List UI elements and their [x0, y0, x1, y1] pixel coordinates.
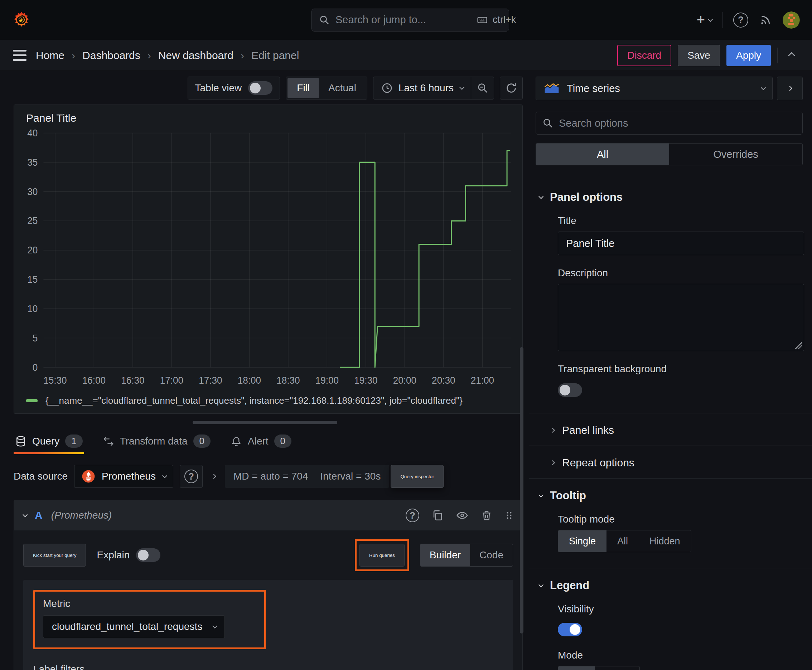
zoom-out-time-button[interactable]	[471, 77, 494, 99]
user-avatar[interactable]	[783, 12, 800, 29]
explain-label: Explain	[97, 549, 130, 561]
grafana-logo-icon[interactable]	[12, 11, 31, 29]
apply-button[interactable]: Apply	[726, 45, 771, 66]
save-button[interactable]: Save	[678, 45, 720, 66]
expand-options-icon[interactable]	[211, 474, 216, 479]
tooltip-hidden-option[interactable]: Hidden	[639, 530, 691, 552]
alert-count-badge: 0	[274, 435, 292, 448]
drag-query-icon[interactable]	[504, 509, 514, 521]
menu-toggle-icon[interactable]	[13, 50, 27, 61]
help-icon[interactable]: ?	[733, 12, 748, 27]
breadcrumb-dashboards[interactable]: Dashboards	[82, 49, 140, 62]
tooltip-all-option[interactable]: All	[607, 530, 639, 552]
collapse-query-icon[interactable]	[22, 512, 27, 517]
query-options-summary[interactable]: MD = auto = 704 Interval = 30s	[225, 465, 389, 488]
options-tabs: All Overrides	[536, 143, 803, 165]
breadcrumb-home[interactable]: Home	[36, 49, 64, 62]
query-inspector-button[interactable]: Query inspector	[391, 465, 444, 488]
editor-tabs: Query 1 Transform data 0 Alert 0	[14, 426, 523, 455]
hide-query-icon[interactable]	[456, 509, 469, 521]
actual-option[interactable]: Actual	[319, 78, 366, 98]
breadcrumb-new-dashboard[interactable]: New dashboard	[158, 49, 234, 62]
search-input[interactable]	[336, 14, 470, 26]
news-rss-icon[interactable]	[759, 14, 772, 27]
options-search-input[interactable]	[559, 117, 796, 129]
visualization-picker[interactable]: Time series	[536, 76, 773, 100]
builder-option[interactable]: Builder	[420, 544, 470, 566]
visualization-name: Time series	[567, 83, 620, 95]
datasource-picker[interactable]: Prometheus	[74, 465, 173, 488]
code-option[interactable]: Code	[470, 544, 513, 566]
viz-suggestions-button[interactable]	[777, 76, 803, 100]
time-range-picker[interactable]: Last 6 hours	[373, 82, 471, 94]
metric-select[interactable]: cloudflared_tunnel_total_requests	[43, 615, 225, 638]
tooltip-mode-label: Tooltip mode	[558, 514, 803, 525]
delete-query-icon[interactable]	[481, 509, 492, 521]
panel-title: Panel Title	[21, 111, 515, 128]
options-search[interactable]	[536, 112, 803, 135]
svg-text:18:00: 18:00	[238, 375, 261, 386]
table-view-toggle[interactable]	[248, 81, 273, 95]
actions-divider	[777, 47, 778, 63]
query-builder-editor: Metric cloudflared_tunnel_total_requests…	[23, 580, 513, 670]
legend-list-option[interactable]: List	[558, 667, 595, 670]
panel-options-header[interactable]: Panel options	[536, 180, 803, 213]
global-search[interactable]: ctrl+k	[312, 8, 509, 32]
repeat-options-header[interactable]: Repeat options	[536, 446, 803, 478]
run-queries-annotation: Run queries	[355, 539, 409, 571]
fill-option[interactable]: Fill	[288, 78, 319, 98]
datasource-name: Prometheus	[102, 470, 156, 482]
resize-drag-handle[interactable]	[193, 421, 337, 424]
transparent-background-toggle[interactable]	[558, 383, 582, 397]
tooltip-mode-switch: Single All Hidden	[558, 530, 692, 552]
new-menu-button[interactable]: +	[697, 12, 711, 28]
explain-toggle[interactable]	[136, 548, 160, 562]
table-view-label: Table view	[195, 82, 242, 94]
tab-overrides[interactable]: Overrides	[669, 144, 802, 165]
bell-icon	[231, 436, 242, 447]
timeseries-viz-icon	[544, 82, 559, 95]
query-datasource-hint: (Prometheus)	[51, 510, 112, 521]
tab-query[interactable]: Query 1	[14, 435, 84, 455]
query-help-icon[interactable]: ?	[406, 509, 419, 522]
query-count-badge: 1	[65, 435, 82, 448]
svg-text:15: 15	[27, 274, 37, 285]
panel-links-header[interactable]: Panel links	[536, 413, 803, 446]
kick-start-button[interactable]: Kick start your query	[23, 544, 86, 567]
table-view-control: Table view	[188, 76, 280, 100]
description-textarea[interactable]	[558, 284, 804, 351]
vertical-scrollbar[interactable]	[520, 347, 524, 633]
collapse-header-icon[interactable]	[788, 52, 795, 59]
run-queries-button[interactable]: Run queries	[359, 544, 405, 567]
datasource-help-button[interactable]: ?	[180, 465, 203, 488]
svg-text:19:30: 19:30	[354, 375, 377, 386]
legend-header[interactable]: Legend	[536, 568, 803, 601]
svg-text:16:00: 16:00	[82, 375, 106, 386]
panel-title-input[interactable]	[558, 232, 804, 255]
legend-visibility-toggle[interactable]	[558, 623, 582, 636]
tooltip-header[interactable]: Tooltip	[536, 479, 803, 511]
tab-all[interactable]: All	[536, 144, 669, 165]
query-row-header[interactable]: A (Prometheus) ?	[14, 500, 522, 530]
panel-preview-card: Panel Title 15:3016:0016:3017:0017:3018:…	[14, 105, 523, 414]
svg-text:18:30: 18:30	[276, 375, 300, 386]
discard-button[interactable]: Discard	[617, 45, 671, 66]
tab-alert[interactable]: Alert 0	[229, 435, 293, 455]
svg-text:30: 30	[27, 186, 37, 197]
series-legend-label[interactable]: {__name__="cloudflared_tunnel_total_requ…	[46, 395, 463, 406]
fill-actual-switch: Fill Actual	[286, 76, 367, 100]
legend-table-option[interactable]: Table	[595, 667, 639, 670]
duplicate-query-icon[interactable]	[431, 509, 444, 521]
time-series-chart[interactable]: 15:3016:0016:3017:0017:3018:0018:3019:00…	[21, 128, 515, 391]
refresh-button[interactable]	[500, 76, 523, 100]
query-actions-row: Kick start your query Explain Run querie…	[14, 530, 522, 575]
breadcrumb-separator: ›	[241, 49, 244, 62]
search-shortcut: ctrl+k	[493, 14, 516, 25]
series-color-icon[interactable]	[26, 399, 37, 402]
transform-icon	[103, 436, 114, 447]
svg-text:16:30: 16:30	[121, 375, 144, 386]
tab-transform-label: Transform data	[120, 436, 188, 447]
tab-transform[interactable]: Transform data 0	[101, 435, 212, 455]
tooltip-single-option[interactable]: Single	[558, 530, 607, 552]
svg-text:0: 0	[32, 362, 38, 373]
